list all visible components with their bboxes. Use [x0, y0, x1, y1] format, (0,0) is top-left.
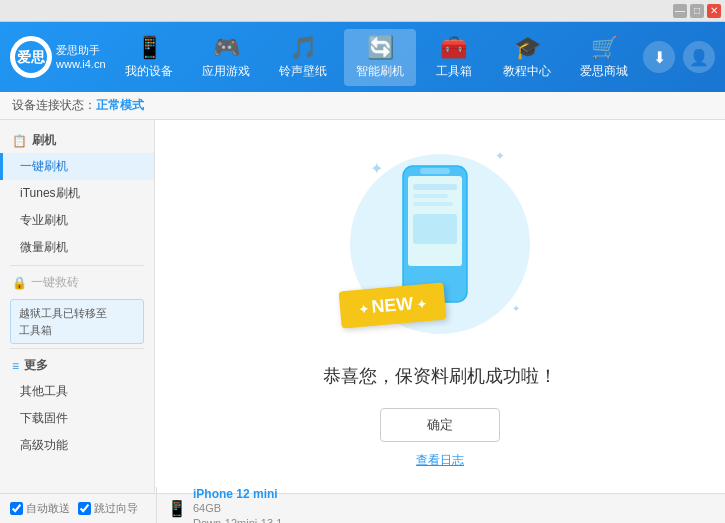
sidebar-divider-1 — [10, 265, 144, 266]
sidebar-section-more: ≡ 更多 — [0, 353, 154, 378]
logo-text: 爱思助手 www.i4.cn — [56, 43, 106, 72]
logo-area: 爱思 爱思助手 www.i4.cn — [10, 36, 110, 78]
sparkle-2: ✦ — [495, 149, 505, 163]
mall-icon: 🛒 — [591, 35, 618, 61]
sidebar-item-itunes-flash[interactable]: iTunes刷机 — [0, 180, 154, 207]
tutorials-label: 教程中心 — [503, 63, 551, 80]
apps-games-label: 应用游戏 — [202, 63, 250, 80]
maximize-button[interactable]: □ — [690, 4, 704, 18]
nav-item-mall[interactable]: 🛒爱思商城 — [568, 29, 640, 86]
logo-icon: 爱思 — [10, 36, 52, 78]
title-bar: — □ ✕ — [0, 0, 725, 22]
sidebar-item-one-click-flash[interactable]: 一键刷机 — [0, 153, 154, 180]
device-details: iPhone 12 mini 64GB Down-12mini-13.1 — [193, 487, 282, 523]
status-value: 正常模式 — [96, 97, 144, 114]
auto-notify-input[interactable] — [10, 502, 23, 515]
status-bar: 设备连接状态： 正常模式 — [0, 92, 725, 120]
footer-left: 自动敢送 跳过向导 📱 iPhone 12 mini 64GB Down-12m… — [10, 487, 282, 523]
sidebar-item-advanced[interactable]: 高级功能 — [0, 432, 154, 459]
mall-label: 爱思商城 — [580, 63, 628, 80]
sidebar-item-other-tools[interactable]: 其他工具 — [0, 378, 154, 405]
smart-flash-icon: 🔄 — [367, 35, 394, 61]
nav-item-toolbox[interactable]: 🧰工具箱 — [421, 29, 486, 86]
toolbox-icon: 🧰 — [440, 35, 467, 61]
nav-items: 📱我的设备🎮应用游戏🎵铃声壁纸🔄智能刷机🧰工具箱🎓教程中心🛒爱思商城 — [110, 29, 643, 86]
ringtones-icon: 🎵 — [290, 35, 317, 61]
sidebar-divider-2 — [10, 348, 144, 349]
nav-item-my-device[interactable]: 📱我的设备 — [113, 29, 185, 86]
svg-rect-9 — [413, 214, 457, 244]
sidebar-item-wipe-flash[interactable]: 微量刷机 — [0, 234, 154, 261]
nav-item-apps-games[interactable]: 🎮应用游戏 — [190, 29, 262, 86]
hero-illustration: ✦ ✦ ✦ NEW — [340, 144, 540, 344]
skip-guide-checkbox[interactable]: 跳过向导 — [78, 501, 138, 516]
rescue-label: 一键救砖 — [31, 274, 79, 291]
sidebar-item-download-firmware[interactable]: 下载固件 — [0, 405, 154, 432]
lock-icon: 🔒 — [12, 276, 27, 290]
nav-item-smart-flash[interactable]: 🔄智能刷机 — [344, 29, 416, 86]
tutorials-icon: 🎓 — [514, 35, 541, 61]
auto-notify-checkbox[interactable]: 自动敢送 — [10, 501, 70, 516]
back-link[interactable]: 查看日志 — [416, 452, 464, 469]
nav-right: ⬇ 👤 — [643, 41, 715, 73]
user-icon[interactable]: 👤 — [683, 41, 715, 73]
sparkle-1: ✦ — [370, 159, 383, 178]
flash-section-title: 刷机 — [32, 132, 56, 149]
auto-notify-label: 自动敢送 — [26, 501, 70, 516]
more-section-title: 更多 — [24, 357, 48, 374]
skip-guide-label: 跳过向导 — [94, 501, 138, 516]
confirm-button[interactable]: 确定 — [380, 408, 500, 442]
sidebar: 📋 刷机 一键刷机 iTunes刷机 专业刷机 微量刷机 🔒 一键救砖 越狱工具… — [0, 120, 155, 493]
smart-flash-label: 智能刷机 — [356, 63, 404, 80]
close-button[interactable]: ✕ — [707, 4, 721, 18]
device-phone-icon: 📱 — [167, 499, 187, 518]
svg-text:爱思: 爱思 — [17, 49, 46, 65]
ringtones-label: 铃声壁纸 — [279, 63, 327, 80]
minimize-button[interactable]: — — [673, 4, 687, 18]
download-icon[interactable]: ⬇ — [643, 41, 675, 73]
svg-rect-8 — [413, 202, 453, 206]
header: 爱思 爱思助手 www.i4.cn 📱我的设备🎮应用游戏🎵铃声壁纸🔄智能刷机🧰工… — [0, 22, 725, 92]
skip-guide-input[interactable] — [78, 502, 91, 515]
nav-item-tutorials[interactable]: 🎓教程中心 — [491, 29, 563, 86]
flash-section-icon: 📋 — [12, 134, 27, 148]
success-text: 恭喜您，保资料刷机成功啦！ — [323, 364, 557, 388]
sidebar-section-flash: 📋 刷机 — [0, 128, 154, 153]
my-device-icon: 📱 — [136, 35, 163, 61]
device-name: iPhone 12 mini — [193, 487, 282, 501]
content-area: ✦ ✦ ✦ NEW 恭喜您，保资料刷机成功啦！ 确定 查看日志 — [155, 120, 725, 493]
device-storage: 64GB Down-12mini-13.1 — [193, 501, 282, 523]
nav-item-ringtones[interactable]: 🎵铃声壁纸 — [267, 29, 339, 86]
more-section-icon: ≡ — [12, 359, 19, 373]
my-device-label: 我的设备 — [125, 63, 173, 80]
main-layout: 📋 刷机 一键刷机 iTunes刷机 专业刷机 微量刷机 🔒 一键救砖 越狱工具… — [0, 120, 725, 493]
sparkle-3: ✦ — [512, 303, 520, 314]
status-label: 设备连接状态： — [12, 97, 96, 114]
toolbox-label: 工具箱 — [436, 63, 472, 80]
device-info: 📱 iPhone 12 mini 64GB Down-12mini-13.1 — [156, 487, 282, 523]
footer: 自动敢送 跳过向导 📱 iPhone 12 mini 64GB Down-12m… — [0, 493, 725, 523]
apps-games-icon: 🎮 — [213, 35, 240, 61]
sidebar-locked-rescue: 🔒 一键救砖 — [0, 270, 154, 295]
sidebar-item-pro-flash[interactable]: 专业刷机 — [0, 207, 154, 234]
sidebar-info-box: 越狱工具已转移至工具箱 — [10, 299, 144, 344]
svg-rect-7 — [413, 194, 448, 198]
svg-rect-4 — [420, 168, 450, 174]
svg-rect-6 — [413, 184, 457, 190]
